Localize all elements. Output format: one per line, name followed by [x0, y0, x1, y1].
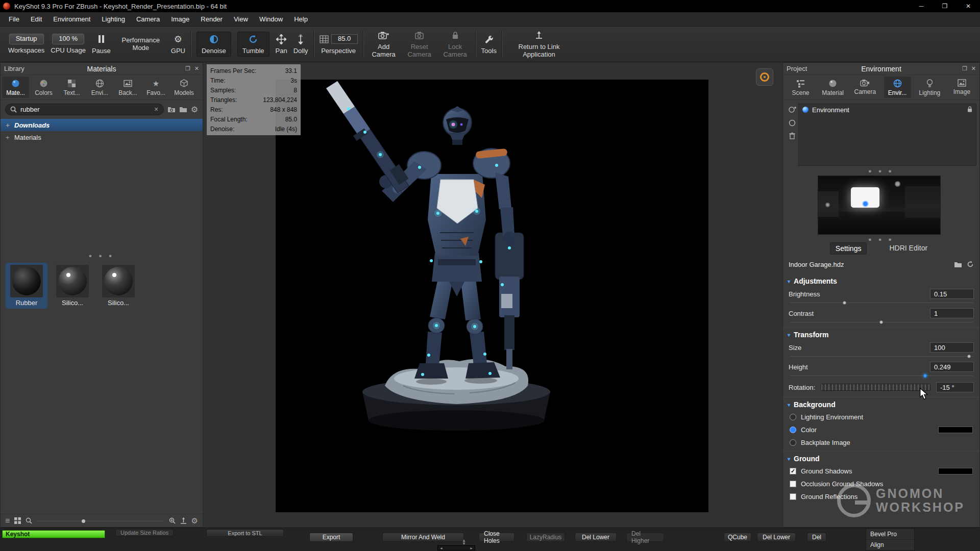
- material-thumb-silicone-2[interactable]: Silico...: [97, 263, 139, 309]
- rotation-field[interactable]: -15 °: [936, 382, 974, 392]
- scroll-left-icon[interactable]: ◄: [439, 546, 443, 550]
- refresh-icon[interactable]: [967, 261, 974, 268]
- menu-image[interactable]: Image: [165, 12, 195, 26]
- coordinate-legend-icon[interactable]: [756, 68, 773, 86]
- environment-list-item[interactable]: Environment: [799, 104, 976, 115]
- bevel-pro-button[interactable]: Bevel Pro: [866, 529, 914, 540]
- height-slider[interactable]: [790, 373, 973, 379]
- radio-icon[interactable]: [790, 439, 796, 446]
- search-input[interactable]: rubber ✕: [5, 104, 164, 115]
- hdri-pin[interactable]: [895, 181, 900, 187]
- zoom-in-icon[interactable]: [169, 517, 176, 524]
- menu-environment[interactable]: Environment: [47, 12, 96, 26]
- menu-help[interactable]: Help: [288, 12, 313, 26]
- occlusion-ground-shadows-option[interactable]: Occlusion Ground Shadows: [783, 478, 979, 490]
- menu-view[interactable]: View: [228, 12, 254, 26]
- checkbox-icon[interactable]: [790, 493, 796, 500]
- background-color-swatch[interactable]: [938, 427, 973, 433]
- background-option-lighting-environment[interactable]: Lighting Environment: [783, 411, 979, 423]
- splitter-handle[interactable]: ● ● ●: [783, 236, 979, 242]
- return-link-application-button[interactable]: Return to Link Application: [508, 30, 570, 58]
- mirror-and-weld-button[interactable]: Mirror And Weld: [382, 533, 464, 542]
- background-option-color[interactable]: Color: [783, 423, 979, 436]
- close-panel-icon[interactable]: ✕: [971, 65, 976, 72]
- radio-selected-icon[interactable]: [790, 427, 796, 433]
- expander-icon[interactable]: +: [6, 121, 11, 129]
- library-tab-colors[interactable]: Colors: [30, 77, 57, 98]
- project-tab-lighting[interactable]: Lighting: [916, 77, 943, 98]
- list-view-icon[interactable]: ≡: [5, 516, 10, 525]
- project-tab-scene[interactable]: Scene: [787, 77, 814, 98]
- rotation-dial[interactable]: [821, 384, 930, 391]
- material-thumb-silicone-1[interactable]: Silico...: [52, 263, 93, 309]
- gpu-button[interactable]: ⚙ GPU: [171, 34, 185, 55]
- open-folder-icon[interactable]: [954, 261, 962, 268]
- cpu-usage-value[interactable]: 100 %: [52, 34, 84, 44]
- checkbox-checked-icon[interactable]: ✓: [790, 468, 796, 474]
- render-area[interactable]: [276, 80, 708, 512]
- dolly-tool[interactable]: Dolly: [293, 34, 308, 55]
- checkbox-icon[interactable]: [790, 481, 796, 487]
- align-button[interactable]: Align: [866, 540, 914, 550]
- import-icon[interactable]: [180, 517, 187, 524]
- keyshot-progress-bar[interactable]: Keyshot: [2, 530, 105, 538]
- size-field[interactable]: 100: [930, 342, 974, 353]
- float-panel-icon[interactable]: ❐: [962, 65, 967, 72]
- material-thumb-rubber[interactable]: Rubber: [6, 263, 47, 309]
- performance-mode-button[interactable]: Performance Mode: [117, 37, 165, 52]
- library-tree-item-downloads[interactable]: + Downloads: [1, 119, 203, 131]
- update-size-ratios-button[interactable]: Update Size Ratios: [115, 529, 174, 536]
- splitter-handle[interactable]: ● ● ●: [1, 253, 203, 259]
- brightness-field[interactable]: 0.15: [930, 289, 974, 299]
- library-tab-backplates[interactable]: Back...: [114, 77, 141, 98]
- splitter-handle[interactable]: ● ● ●: [783, 168, 979, 174]
- add-environment-icon[interactable]: [789, 106, 796, 114]
- hdri-preview[interactable]: [818, 176, 941, 235]
- del-higher-button[interactable]: Del Higher: [626, 533, 664, 542]
- duplicate-environment-icon[interactable]: [789, 119, 796, 127]
- workspaces-dropdown[interactable]: Startup: [9, 34, 44, 44]
- ground-shadow-color-swatch[interactable]: [938, 468, 973, 474]
- reset-camera-button[interactable]: Reset Camera: [405, 30, 434, 58]
- close-panel-icon[interactable]: ✕: [194, 65, 199, 72]
- contrast-field[interactable]: 1: [930, 308, 974, 318]
- library-settings-icon[interactable]: ⚙: [191, 516, 198, 525]
- tools-button[interactable]: Tools: [481, 34, 497, 55]
- height-field[interactable]: 0.249: [930, 362, 974, 372]
- lock-icon[interactable]: [967, 106, 972, 114]
- lazy-radius-button[interactable]: LazyRadius: [526, 533, 565, 542]
- section-background[interactable]: ▾ Background: [783, 397, 979, 411]
- menu-camera[interactable]: Camera: [131, 12, 165, 26]
- menu-file[interactable]: File: [3, 12, 25, 26]
- menu-window[interactable]: Window: [254, 12, 288, 26]
- pan-tool[interactable]: Pan: [276, 34, 287, 55]
- export-button[interactable]: Export: [309, 533, 353, 542]
- size-slider[interactable]: [790, 354, 973, 359]
- menu-edit[interactable]: Edit: [25, 12, 47, 26]
- focal-length-field[interactable]: 85.0: [331, 34, 358, 44]
- thumbnail-size-slider[interactable]: [37, 518, 164, 523]
- maximize-button[interactable]: ❐: [933, 0, 957, 12]
- horizontal-scrollbar[interactable]: ◄ ►: [437, 545, 475, 550]
- del-lower-button-2[interactable]: Del Lower: [757, 533, 796, 542]
- perspective-control[interactable]: 85.0 Perspective: [320, 34, 358, 55]
- library-tab-textures[interactable]: Text...: [58, 77, 85, 98]
- delete-environment-icon[interactable]: [789, 132, 795, 139]
- section-ground[interactable]: ▾ Ground: [783, 451, 979, 465]
- qcube-button[interactable]: QCube: [724, 533, 751, 542]
- clear-search-icon[interactable]: ✕: [154, 106, 158, 113]
- workspaces-control[interactable]: Startup Workspaces: [8, 34, 44, 54]
- minimize-button[interactable]: ─: [910, 0, 933, 12]
- scroll-arrows[interactable]: ▲▼: [462, 539, 466, 545]
- ground-shadows-option[interactable]: ✓ Ground Shadows: [783, 465, 979, 478]
- hdri-pin[interactable]: [825, 203, 830, 207]
- menu-render[interactable]: Render: [195, 12, 228, 26]
- close-button[interactable]: ✕: [957, 0, 980, 12]
- section-adjustments[interactable]: ▾ Adjustments: [783, 274, 979, 287]
- project-tab-environment[interactable]: Envir...: [884, 77, 911, 98]
- denoise-toggle[interactable]: Denoise: [197, 32, 231, 57]
- ground-reflections-option[interactable]: Ground Reflections: [783, 490, 979, 503]
- brightness-slider[interactable]: [790, 300, 973, 306]
- library-tab-environments[interactable]: Envi...: [86, 77, 113, 98]
- library-options-icon[interactable]: ⚙: [191, 105, 198, 114]
